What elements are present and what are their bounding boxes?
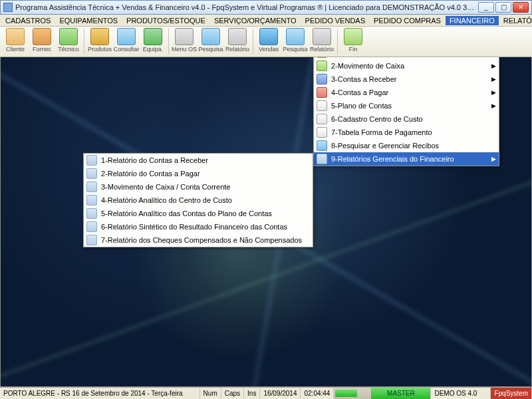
toolbar-label: Relatório	[225, 46, 249, 53]
status-ins: Ins	[244, 388, 260, 399]
menuitem-icon	[317, 127, 327, 138]
menuitem-6-cadastro-centro-de-custo[interactable]: 6-Cadastro Centro de Custo	[314, 112, 499, 126]
toolbar-label: Consultar	[114, 46, 140, 53]
submenu-label: 5-Relatório Analítico das Contas do Plan…	[101, 209, 272, 217]
submenu-item-3-movimento-de-caixa-conta-corrente[interactable]: 3-Movimento de Caixa / Conta Corrente	[84, 180, 313, 194]
menuitem-label: 3-Contas a Receber	[331, 75, 396, 83]
menuitem-icon	[317, 140, 327, 151]
statusbar: PORTO ALEGRE - RS 16 de Setembro de 2014…	[0, 387, 532, 399]
toolbar-label: Pesquisa	[198, 46, 223, 53]
menuitem-label: 7-Tabela Forma de Pagamento	[331, 128, 432, 136]
produtos-icon	[90, 28, 109, 45]
submenu-label: 1-Relatório do Contas a Receber	[101, 156, 208, 164]
toolbar-tecnico-button[interactable]: Técnico	[55, 28, 82, 53]
pesquisa-vendas-icon	[286, 28, 305, 45]
toolbar-label: Vendas	[259, 46, 279, 53]
menuitem-icon	[317, 114, 327, 124]
relatorio-vendas-icon	[313, 28, 331, 45]
menuitem-label: 4-Contas a Pagar	[331, 88, 388, 96]
menu-servi-o-or-amento[interactable]: SERVIÇO/ORÇAMENTO	[210, 16, 301, 25]
menuitem-label: 2-Movimento de Caixa	[331, 62, 404, 70]
status-num: Num	[200, 388, 221, 399]
submenu-arrow-icon: ▶	[491, 156, 496, 162]
menuitem-icon	[317, 154, 327, 164]
submenu-label: 6-Relatório Sintético do Resultado Finan…	[101, 223, 287, 231]
toolbar-label: Equipa.	[143, 46, 164, 53]
status-brand: FpqSystem	[491, 388, 532, 399]
menuitem-label: 5-Plano de Contas	[331, 102, 392, 110]
status-app: DEMO OS 4.0	[431, 388, 491, 399]
menuitem-label: 8-Pesquisar e Gerenciar Recibos	[331, 142, 439, 150]
printer-icon	[86, 208, 97, 219]
toolbar-label: Pesquisa	[283, 46, 307, 53]
toolbar-equipa-button[interactable]: Equipa.	[140, 28, 166, 53]
menuitem-8-pesquisar-e-gerenciar-recibos[interactable]: 8-Pesquisar e Gerenciar Recibos	[314, 139, 499, 152]
menubar: CADASTROSEQUIPAMENTOSPRODUTOS/ESTOQUESER…	[0, 15, 532, 27]
submenu-item-5-relat-rio-anal-tico-das-contas-do-plano-de-contas[interactable]: 5-Relatório Analítico das Contas do Plan…	[84, 207, 313, 220]
menu-pedido-vendas[interactable]: PEDIDO VENDAS	[301, 16, 369, 25]
toolbar-cliente-button[interactable]: Cliente	[2, 28, 29, 53]
submenu-item-7-relat-rio-dos-cheques-compensados-e-n-o-compensados[interactable]: 7-Relatório dos Cheques Compensados e Nã…	[84, 233, 313, 247]
minimize-button[interactable]: _	[478, 2, 494, 13]
toolbar: ClienteFornecTécnicoProdutosConsultarEqu…	[0, 27, 532, 57]
printer-icon	[86, 182, 97, 192]
menuitem-icon	[317, 61, 327, 71]
submenu-item-4-relat-rio-anal-tico-do-centro-de-custo[interactable]: 4-Relatório Analítico do Centro de Custo	[84, 194, 313, 207]
submenu-label: 7-Relatório dos Cheques Compensados e Nã…	[101, 236, 302, 244]
equipa-icon	[144, 28, 162, 45]
toolbar-label: Fin	[349, 46, 358, 53]
submenu-item-6-relat-rio-sint-tico-do-resultado-financeiro-das-contas[interactable]: 6-Relatório Sintético do Resultado Finan…	[84, 220, 313, 233]
app-icon	[3, 3, 13, 12]
toolbar-produtos-button[interactable]: Produtos	[86, 28, 113, 53]
menuitem-4-contas-a-pagar[interactable]: 4-Contas a Pagar▶	[314, 86, 499, 99]
printer-icon	[86, 221, 97, 232]
toolbar-relatorio-vendas-button[interactable]: Relatório	[309, 28, 335, 53]
toolbar-financeiro-button[interactable]: Fin	[340, 28, 366, 53]
menuitem-9-relat-rios-gerenciais-do-financeiro[interactable]: 9-Relatórios Gerenciais do Financeiro▶	[314, 152, 499, 166]
menuitem-2-movimento-de-caixa[interactable]: 2-Movimento de Caixa▶	[314, 59, 499, 72]
toolbar-label: Cliente	[6, 46, 25, 53]
financeiro-icon	[344, 28, 362, 45]
toolbar-relatorio-os-button[interactable]: Relatório	[224, 28, 251, 53]
menu-relat-rios[interactable]: RELATÓRIOS	[499, 16, 532, 25]
toolbar-label: Fornec	[33, 46, 51, 53]
submenu-item-1-relat-rio-do-contas-a-receber[interactable]: 1-Relatório do Contas a Receber	[84, 154, 313, 167]
menuitem-label: 6-Cadastro Centro de Custo	[331, 115, 423, 123]
submenu-label: 4-Relatório Analítico do Centro de Custo	[101, 196, 232, 204]
submenu-item-2-relat-rio-do-contas-a-pagar[interactable]: 2-Relatório do Contas a Pagar	[84, 167, 313, 180]
status-progress	[334, 388, 371, 399]
close-button[interactable]: ✕	[513, 2, 529, 13]
submenu-arrow-icon: ▶	[491, 76, 496, 82]
menu-equipamentos[interactable]: EQUIPAMENTOS	[55, 16, 122, 25]
menuitem-icon	[317, 74, 327, 84]
menu-cadastros[interactable]: CADASTROS	[1, 16, 55, 25]
toolbar-label: Relatório	[310, 46, 334, 53]
menu-financeiro[interactable]: FINANCEIRO	[446, 16, 499, 25]
menuitem-3-contas-a-receber[interactable]: 3-Contas a Receber▶	[314, 72, 499, 86]
menu-financeiro-dropdown[interactable]: 1-Cadastro do Caixa2-Movimento de Caixa▶…	[313, 57, 499, 166]
toolbar-separator	[337, 28, 338, 55]
tecnico-icon	[59, 28, 78, 45]
toolbar-label: Técnico	[58, 46, 79, 53]
toolbar-consultar-produtos-button[interactable]: Consultar	[113, 28, 140, 53]
toolbar-label: Menu OS	[172, 46, 197, 53]
toolbar-pesquisa-vendas-button[interactable]: Pesquisa	[282, 28, 309, 53]
status-location: PORTO ALEGRE - RS 16 de Setembro de 2014…	[0, 388, 200, 399]
toolbar-fornecedor-button[interactable]: Fornec	[29, 28, 55, 53]
menu-pedido-compras[interactable]: PEDIDO COMPRAS	[370, 16, 445, 25]
main-workspace: 1-Cadastro do Caixa2-Movimento de Caixa▶…	[0, 57, 532, 387]
menu-produtos-estoque[interactable]: PRODUTOS/ESTOQUE	[122, 16, 209, 25]
toolbar-separator	[168, 28, 169, 55]
menuitem-7-tabela-forma-de-pagamento[interactable]: 7-Tabela Forma de Pagamento	[314, 126, 499, 139]
toolbar-pesquisa-os-button[interactable]: Pesquisa	[198, 28, 224, 53]
vendas-icon	[259, 28, 278, 45]
printer-icon	[86, 168, 97, 179]
maximize-button[interactable]: ▢	[495, 2, 511, 13]
status-date: 16/09/2014	[260, 388, 301, 399]
fornecedor-icon	[33, 28, 51, 45]
submenu-relatorios-financeiro[interactable]: 1-Relatório do Contas a Receber2-Relatór…	[83, 153, 313, 247]
menuitem-icon	[317, 87, 327, 98]
menuitem-5-plano-de-contas[interactable]: 5-Plano de Contas▶	[314, 99, 499, 112]
toolbar-vendas-button[interactable]: Vendas	[255, 28, 282, 53]
toolbar-menu-os-button[interactable]: Menu OS	[171, 28, 198, 53]
